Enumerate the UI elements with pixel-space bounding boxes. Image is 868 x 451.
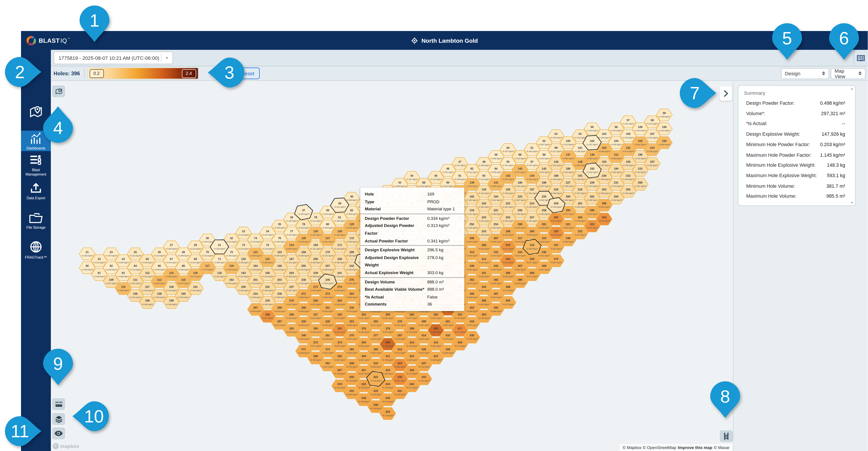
hole-value-label: +0.638 kg/m³ bbox=[526, 248, 538, 250]
blastiq-logo: BLASTIQ™ bbox=[27, 36, 70, 45]
bench-levels-button[interactable] bbox=[720, 430, 733, 442]
panel-collapse-button[interactable] bbox=[720, 86, 732, 101]
tooltip-row: Design Powder Factor0.334 kg/m³ bbox=[365, 215, 460, 222]
sidebar-item-blast-management[interactable]: Blast Management bbox=[21, 153, 51, 177]
hole-value-label: +0.716 kg/m³ bbox=[358, 400, 370, 403]
hole-number-label: 288 bbox=[506, 230, 510, 233]
crosshair-icon bbox=[411, 37, 418, 44]
hole-number-label: 143 bbox=[518, 167, 522, 170]
hole-value-label: +0.585 kg/m³ bbox=[490, 185, 502, 187]
hole-value-label: +0.343 kg/m³ bbox=[562, 171, 574, 173]
scale-min-input[interactable]: 0.2 bbox=[89, 69, 104, 78]
hole-value-label: +0.643 kg/m³ bbox=[310, 289, 321, 291]
hole-number-label: 387 bbox=[494, 292, 498, 295]
hole-value-label: +0.630 kg/m³ bbox=[574, 220, 586, 222]
hole-value-label: +0.358 kg/m³ bbox=[490, 213, 502, 215]
hole-number-label: 167 bbox=[289, 257, 294, 261]
sidebar-item-label: Blast Management bbox=[26, 168, 46, 177]
tooltip-value: Material type 1 bbox=[427, 205, 460, 213]
hole-value-label: +0.689 kg/m³ bbox=[346, 324, 358, 326]
hole-number-label: 31 bbox=[218, 244, 221, 247]
hole-number-label: 74 bbox=[254, 237, 257, 240]
sidebar-item-data-export[interactable]: Data Export bbox=[21, 180, 51, 201]
scroll-up-icon[interactable]: ▲ bbox=[850, 87, 854, 90]
hole-value-label: +0.671 kg/m³ bbox=[502, 303, 514, 306]
hole-value-label: +0.354 kg/m³ bbox=[225, 282, 238, 284]
hole-number-label: 386 bbox=[482, 299, 486, 302]
callout-number: 9 bbox=[53, 354, 63, 373]
hole-number-label: 395 bbox=[373, 348, 378, 351]
hole-number-label: 353 bbox=[349, 320, 354, 323]
callout-number: 6 bbox=[839, 28, 849, 48]
data-view-dropdown[interactable]: Design bbox=[781, 68, 829, 79]
hole-number-label: 375 bbox=[349, 334, 354, 337]
blast-map-canvas[interactable]: 21+0.295 kg/m³22+0.313 kg/m³23+0.304 kg/… bbox=[51, 82, 733, 451]
tooltip-group: Design Explosive Weight296.5 kgAdjusted … bbox=[361, 245, 464, 277]
hole-value-label: +0.697 kg/m³ bbox=[442, 324, 454, 326]
summary-card: Summary Design Powder Factor:0.498 kg/m³… bbox=[738, 85, 856, 206]
hole-number-label: 438 bbox=[362, 397, 366, 400]
tooltip-row: Design Explosive Weight296.5 kg bbox=[365, 247, 460, 254]
hole-value-label: +0.356 kg/m³ bbox=[298, 255, 310, 257]
hole-value-label: +0.362 kg/m³ bbox=[346, 255, 358, 257]
hole-number-label: 145 bbox=[542, 167, 546, 170]
powder-factor-color-scale[interactable]: 0.2 2.4 bbox=[87, 67, 198, 79]
hole-number-label: 54 bbox=[579, 133, 582, 136]
hole-number-label: 170 bbox=[325, 251, 330, 254]
callout-number: 11 bbox=[10, 421, 29, 441]
hole-number-label: 425 bbox=[409, 355, 414, 358]
hole-number-label: 271 bbox=[301, 292, 306, 295]
measure-tool-button[interactable] bbox=[52, 398, 65, 410]
hole-value-label: +1.185 kg/m³ bbox=[430, 331, 442, 333]
hole-number-label: 226 bbox=[554, 188, 558, 191]
hole-number-label: 197 bbox=[650, 160, 655, 163]
tooltip-label: Design Volume bbox=[365, 278, 427, 286]
summary-row-value: -- bbox=[842, 119, 845, 129]
hole-number-label: 225 bbox=[542, 195, 546, 198]
hole-value-label: +0.343 kg/m³ bbox=[238, 276, 249, 278]
hole-number-label: 300 bbox=[313, 299, 318, 302]
hole-value-label: +0.351 kg/m³ bbox=[550, 164, 562, 167]
tooltip-label: Actual Explosive Weight bbox=[365, 269, 427, 277]
hole-value-label: +0.302 kg/m³ bbox=[526, 150, 538, 152]
hole-number-label: 313 bbox=[470, 251, 474, 254]
sidebar-item-file-storage[interactable]: File Storage bbox=[21, 210, 51, 231]
hole-value-label: +0.678 kg/m³ bbox=[334, 317, 346, 319]
summary-scrollbar[interactable]: ▲▼ bbox=[850, 87, 855, 204]
mapbox-logo[interactable]: mapbox bbox=[53, 444, 79, 449]
hole-number-label: 205 bbox=[301, 264, 306, 267]
sidebar-item-label: File Storage bbox=[26, 225, 45, 230]
hole-number-label: 39 bbox=[338, 202, 341, 205]
sidebar-item-fragtrack[interactable]: FRAGTrack™ bbox=[21, 238, 51, 261]
summary-row-value: 0.203 kg/m³ bbox=[820, 140, 845, 150]
basemap-style-button[interactable] bbox=[52, 85, 65, 97]
hole-number-label: 159 bbox=[169, 285, 174, 288]
top-navigation-bar: BLASTIQ™ North Lambton Gold ? bbox=[21, 31, 868, 50]
hole-value-label: +0.670 kg/m³ bbox=[310, 303, 321, 306]
hole-number-label: 422 bbox=[373, 375, 378, 378]
hole-number-label: 441 bbox=[398, 390, 402, 393]
hole-number-label: 81 bbox=[338, 216, 341, 219]
scale-max-input[interactable]: 2.4 bbox=[182, 69, 196, 78]
visibility-button[interactable] bbox=[52, 427, 65, 440]
hole-value-label: +0.313 kg/m³ bbox=[93, 261, 105, 264]
hole-number-label: 76 bbox=[278, 237, 281, 240]
hole-value-label: +0.308 kg/m³ bbox=[274, 241, 285, 243]
hole-value-label: +0.673 kg/m³ bbox=[502, 289, 514, 291]
hole-number-label: 424 bbox=[398, 362, 402, 365]
hole-number-label: 65 bbox=[146, 257, 149, 261]
hole-value-label: +0.357 kg/m³ bbox=[598, 164, 610, 167]
summary-row-label: Minimum Hole Powder Factor: bbox=[746, 140, 810, 150]
hole-value-label: +0.351 kg/m³ bbox=[213, 276, 225, 278]
layers-button[interactable] bbox=[52, 413, 65, 425]
improve-map-link[interactable]: Improve this map bbox=[678, 445, 712, 450]
display-mode-dropdown[interactable]: Map View bbox=[831, 68, 866, 79]
hole-value-label: +0.343 kg/m³ bbox=[586, 185, 598, 187]
hole-value-label: +0.703 kg/m³ bbox=[310, 359, 321, 361]
hole-number-label: 147 bbox=[566, 153, 570, 156]
scale-max-value: 2.4 bbox=[186, 71, 192, 76]
hole-number-label: 194 bbox=[614, 167, 618, 170]
scroll-down-icon[interactable]: ▼ bbox=[850, 201, 854, 204]
hole-number-label: 252 bbox=[470, 223, 474, 226]
blast-selector-dropdown[interactable]: 1775819 - 2025-08-07 10:21 AM (UTC-06:00… bbox=[54, 52, 173, 64]
